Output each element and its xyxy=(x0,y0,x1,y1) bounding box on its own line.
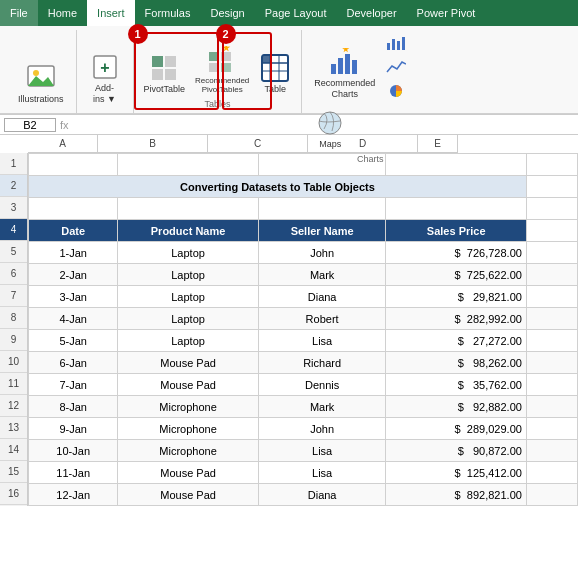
tab-insert[interactable]: Insert xyxy=(87,0,135,26)
cell-date-2[interactable]: 2-Jan xyxy=(29,264,118,286)
cell-1d[interactable] xyxy=(386,154,526,176)
cell-price-12[interactable]: $ 892,821.00 xyxy=(386,484,526,506)
cell-product-8[interactable]: Microphone xyxy=(118,396,258,418)
column-headers: A B C D E xyxy=(28,135,578,153)
cell-seller-11[interactable]: Lisa xyxy=(258,462,386,484)
header-date[interactable]: Date xyxy=(29,220,118,242)
cell-1e[interactable] xyxy=(526,154,577,176)
table-label: Table xyxy=(265,84,287,95)
cell-5e[interactable] xyxy=(526,242,577,264)
cell-product-5[interactable]: Laptop xyxy=(118,330,258,352)
cell-seller-8[interactable]: Mark xyxy=(258,396,386,418)
cell-3a[interactable] xyxy=(29,198,118,220)
pivottable-button[interactable]: PivotTable xyxy=(140,50,190,97)
cell-seller-3[interactable]: Diana xyxy=(258,286,386,308)
cell-14e[interactable] xyxy=(526,440,577,462)
tab-power-pivot[interactable]: Power Pivot xyxy=(407,0,486,26)
cell-product-7[interactable]: Mouse Pad xyxy=(118,374,258,396)
cell-seller-5[interactable]: Lisa xyxy=(258,330,386,352)
cell-date-9[interactable]: 9-Jan xyxy=(29,418,118,440)
tab-design[interactable]: Design xyxy=(200,0,254,26)
cell-9e[interactable] xyxy=(526,330,577,352)
cell-16e[interactable] xyxy=(526,484,577,506)
header-price[interactable]: Sales Price xyxy=(386,220,526,242)
cell-13e[interactable] xyxy=(526,418,577,440)
addins-button[interactable]: + Add-ins ▼ xyxy=(85,49,125,107)
cell-seller-7[interactable]: Dennis xyxy=(258,374,386,396)
cell-price-10[interactable]: $ 90,872.00 xyxy=(386,440,526,462)
cell-seller-9[interactable]: John xyxy=(258,418,386,440)
cell-2e[interactable] xyxy=(526,176,577,198)
cell-product-4[interactable]: Laptop xyxy=(118,308,258,330)
cell-date-5[interactable]: 5-Jan xyxy=(29,330,118,352)
cell-date-6[interactable]: 6-Jan xyxy=(29,352,118,374)
cell-date-3[interactable]: 3-Jan xyxy=(29,286,118,308)
cell-seller-6[interactable]: Richard xyxy=(258,352,386,374)
tab-formulas[interactable]: Formulas xyxy=(135,0,201,26)
cell-product-1[interactable]: Laptop xyxy=(118,242,258,264)
cell-price-2[interactable]: $ 725,622.00 xyxy=(386,264,526,286)
maps-button[interactable]: Maps xyxy=(310,105,350,152)
cell-seller-10[interactable]: Lisa xyxy=(258,440,386,462)
cell-4e[interactable] xyxy=(526,220,577,242)
tab-file[interactable]: File xyxy=(0,0,38,26)
cell-3d[interactable] xyxy=(386,198,526,220)
cell-product-11[interactable]: Mouse Pad xyxy=(118,462,258,484)
illustrations-button[interactable]: Illustrations xyxy=(14,60,68,107)
cell-8e[interactable] xyxy=(526,308,577,330)
cell-6e[interactable] xyxy=(526,264,577,286)
pie-chart-button[interactable] xyxy=(382,80,410,102)
cell-1b[interactable] xyxy=(118,154,258,176)
cell-7e[interactable] xyxy=(526,286,577,308)
cell-date-8[interactable]: 8-Jan xyxy=(29,396,118,418)
cell-product-9[interactable]: Microphone xyxy=(118,418,258,440)
cell-date-1[interactable]: 1-Jan xyxy=(29,242,118,264)
header-seller[interactable]: Seller Name xyxy=(258,220,386,242)
cell-3c[interactable] xyxy=(258,198,386,220)
title-cell[interactable]: Converting Datasets to Table Objects xyxy=(29,176,527,198)
cell-seller-2[interactable]: Mark xyxy=(258,264,386,286)
cell-15e[interactable] xyxy=(526,462,577,484)
cell-price-5[interactable]: $ 27,272.00 xyxy=(386,330,526,352)
cell-product-6[interactable]: Mouse Pad xyxy=(118,352,258,374)
tab-home[interactable]: Home xyxy=(38,0,87,26)
cell-date-7[interactable]: 7-Jan xyxy=(29,374,118,396)
cell-seller-4[interactable]: Robert xyxy=(258,308,386,330)
cell-date-10[interactable]: 10-Jan xyxy=(29,440,118,462)
cell-10e[interactable] xyxy=(526,352,577,374)
bar-chart-button[interactable] xyxy=(382,32,410,54)
line-chart-button[interactable] xyxy=(382,56,410,78)
cell-price-6[interactable]: $ 98,262.00 xyxy=(386,352,526,374)
cell-11e[interactable] xyxy=(526,374,577,396)
cell-seller-12[interactable]: Diana xyxy=(258,484,386,506)
cell-12e[interactable] xyxy=(526,396,577,418)
cell-price-8[interactable]: $ 92,882.00 xyxy=(386,396,526,418)
recommended-pivottables-button[interactable]: ★ RecommendedPivotTables xyxy=(191,42,253,97)
cell-price-1[interactable]: $ 726,728.00 xyxy=(386,242,526,264)
cell-date-4[interactable]: 4-Jan xyxy=(29,308,118,330)
row-num-7: 7 xyxy=(0,285,27,307)
recommended-charts-button[interactable]: ★ RecommendedCharts xyxy=(310,44,379,102)
table-button[interactable]: Table xyxy=(255,50,295,97)
header-product[interactable]: Product Name xyxy=(118,220,258,242)
name-box[interactable] xyxy=(4,118,56,132)
cell-3e[interactable] xyxy=(526,198,577,220)
tables-group-label: Tables xyxy=(204,99,230,111)
cell-price-9[interactable]: $ 289,029.00 xyxy=(386,418,526,440)
cell-product-12[interactable]: Mouse Pad xyxy=(118,484,258,506)
cell-product-2[interactable]: Laptop xyxy=(118,264,258,286)
cell-product-10[interactable]: Microphone xyxy=(118,440,258,462)
cell-price-7[interactable]: $ 35,762.00 xyxy=(386,374,526,396)
cell-price-4[interactable]: $ 282,992.00 xyxy=(386,308,526,330)
cell-date-11[interactable]: 11-Jan xyxy=(29,462,118,484)
table-row: 10-Jan Microphone Lisa $ 90,872.00 xyxy=(29,440,578,462)
cell-price-3[interactable]: $ 29,821.00 xyxy=(386,286,526,308)
cell-product-3[interactable]: Laptop xyxy=(118,286,258,308)
cell-date-12[interactable]: 12-Jan xyxy=(29,484,118,506)
cell-seller-1[interactable]: John xyxy=(258,242,386,264)
cell-1a[interactable] xyxy=(29,154,118,176)
tab-developer[interactable]: Developer xyxy=(336,0,406,26)
cell-price-11[interactable]: $ 125,412.00 xyxy=(386,462,526,484)
tab-page-layout[interactable]: Page Layout xyxy=(255,0,337,26)
cell-3b[interactable] xyxy=(118,198,258,220)
